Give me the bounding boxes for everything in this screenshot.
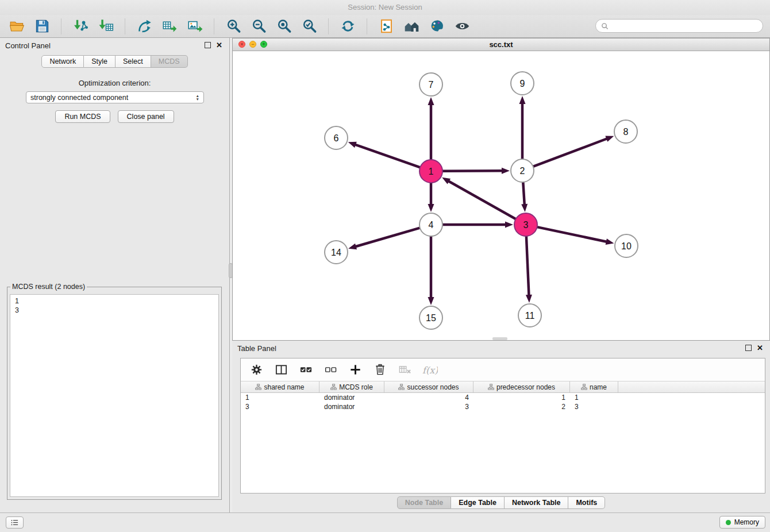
- network-button[interactable]: [133, 17, 155, 36]
- open-folder-button[interactable]: [6, 17, 28, 36]
- table-cell[interactable]: 1: [241, 393, 319, 402]
- tab-node-table[interactable]: Node Table: [397, 496, 451, 509]
- tab-network[interactable]: Network: [41, 55, 84, 68]
- table-cell[interactable]: 2: [473, 402, 570, 411]
- clone-network-button[interactable]: [375, 17, 397, 36]
- float-panel-icon[interactable]: [745, 345, 752, 351]
- table-row[interactable]: 1dominator411: [241, 393, 765, 402]
- tab-mcds[interactable]: MCDS: [151, 55, 188, 68]
- import-network-button[interactable]: [70, 17, 91, 36]
- trash-button[interactable]: [371, 361, 388, 379]
- close-panel-icon[interactable]: ✕: [757, 345, 763, 351]
- edge-4-3[interactable]: [442, 222, 513, 228]
- status-bar: Memory: [0, 512, 770, 532]
- close-window-icon[interactable]: ×: [238, 41, 245, 48]
- eye-icon: [455, 18, 470, 34]
- edge-1-2[interactable]: [442, 168, 510, 174]
- run-mcds-button[interactable]: Run MCDS: [55, 110, 110, 123]
- column-header-name[interactable]: name: [570, 381, 618, 392]
- style-button[interactable]: [426, 17, 448, 36]
- edge-3-10[interactable]: [537, 227, 614, 245]
- node-2[interactable]: 2: [511, 159, 534, 182]
- minimize-window-icon[interactable]: −: [249, 41, 256, 48]
- deselect-all-button[interactable]: [322, 361, 339, 379]
- edge-1-6[interactable]: [348, 142, 420, 168]
- network-window-titlebar[interactable]: ×−+ scc.txt: [233, 38, 769, 51]
- control-panel-title: Control Panel: [5, 41, 51, 50]
- column-header-mcds-role[interactable]: MCDS role: [319, 381, 384, 392]
- table-row[interactable]: 3dominator323: [241, 402, 765, 411]
- save-button[interactable]: [31, 17, 53, 36]
- node-14[interactable]: 14: [325, 241, 348, 264]
- zoom-window-icon[interactable]: +: [260, 41, 267, 48]
- tab-edge-table[interactable]: Edge Table: [451, 496, 505, 509]
- zoom-fit-button[interactable]: [273, 17, 295, 36]
- toolbar-separator: [328, 18, 329, 34]
- close-panel-icon[interactable]: ✕: [216, 42, 222, 48]
- search-box[interactable]: [595, 19, 763, 33]
- edge-1-7[interactable]: [428, 97, 434, 160]
- optimization-criterion-dropdown[interactable]: strongly connected component ▲▼: [26, 91, 204, 103]
- zoom-in-button[interactable]: [222, 17, 244, 36]
- network-window-title: scc.txt: [489, 40, 513, 49]
- home-button[interactable]: [401, 17, 422, 36]
- gear-button[interactable]: [248, 361, 265, 379]
- zoom-selected-button[interactable]: [298, 17, 320, 36]
- zoom-out-button[interactable]: [248, 17, 270, 36]
- node-9[interactable]: 9: [511, 72, 534, 95]
- tab-network-table[interactable]: Network Table: [505, 496, 569, 509]
- table-cell[interactable]: 1: [570, 393, 618, 402]
- float-panel-icon[interactable]: [205, 42, 211, 48]
- tab-select[interactable]: Select: [116, 55, 151, 68]
- column-header-predecessor-nodes[interactable]: predecessor nodes: [473, 381, 570, 392]
- table-cell[interactable]: dominator: [319, 402, 384, 411]
- memory-button[interactable]: Memory: [719, 516, 765, 529]
- network-graph[interactable]: 7968124314101511: [233, 51, 769, 340]
- node-3[interactable]: 3: [514, 213, 537, 236]
- edge-2-3[interactable]: [521, 182, 528, 212]
- node-8[interactable]: 8: [614, 120, 637, 143]
- table-cell[interactable]: 1: [473, 393, 570, 402]
- table-cell[interactable]: dominator: [319, 393, 384, 402]
- column-header-shared-name[interactable]: shared name: [241, 381, 319, 392]
- eye-button[interactable]: [451, 17, 473, 36]
- table-cell[interactable]: 3: [570, 402, 618, 411]
- export-image-button[interactable]: [184, 17, 206, 36]
- node-4[interactable]: 4: [419, 213, 442, 236]
- node-11[interactable]: 11: [518, 304, 541, 327]
- network-canvas[interactable]: 7968124314101511: [233, 51, 769, 340]
- close-panel-button[interactable]: Close panel: [118, 110, 174, 123]
- edge-3-11[interactable]: [526, 236, 532, 303]
- mcds-result-list[interactable]: 13: [10, 294, 219, 497]
- edge-1-4[interactable]: [428, 183, 434, 212]
- node-6[interactable]: 6: [325, 126, 348, 149]
- tab-motifs[interactable]: Motifs: [568, 496, 605, 509]
- refresh-button[interactable]: [337, 17, 359, 36]
- edge-3-1[interactable]: [442, 178, 515, 219]
- edge-2-9[interactable]: [519, 96, 526, 159]
- column-header-successor-nodes[interactable]: successor nodes: [384, 381, 473, 392]
- node-10[interactable]: 10: [615, 234, 638, 257]
- columns-button[interactable]: [272, 361, 290, 379]
- tab-style[interactable]: Style: [84, 55, 116, 68]
- table-cell[interactable]: 4: [384, 393, 473, 402]
- node-7[interactable]: 7: [419, 73, 442, 96]
- select-all-button[interactable]: [297, 361, 314, 379]
- import-table-button[interactable]: [95, 17, 117, 36]
- task-history-button[interactable]: [6, 516, 24, 529]
- table-cell[interactable]: 3: [241, 402, 319, 411]
- edge-2-8[interactable]: [533, 136, 614, 167]
- result-item[interactable]: 1: [15, 296, 218, 306]
- node-1[interactable]: 1: [419, 160, 442, 183]
- node-label: 1: [429, 167, 434, 176]
- search-input[interactable]: [611, 21, 757, 30]
- edge-4-15[interactable]: [428, 236, 434, 305]
- table-cell[interactable]: 3: [384, 402, 473, 411]
- horizontal-splitter-handle[interactable]: [492, 337, 507, 340]
- clone-network-icon: [379, 18, 394, 34]
- add-button[interactable]: [346, 361, 364, 379]
- edge-4-14[interactable]: [348, 228, 420, 250]
- result-item[interactable]: 3: [15, 306, 218, 315]
- export-table-button[interactable]: [159, 17, 180, 36]
- node-15[interactable]: 15: [419, 306, 442, 329]
